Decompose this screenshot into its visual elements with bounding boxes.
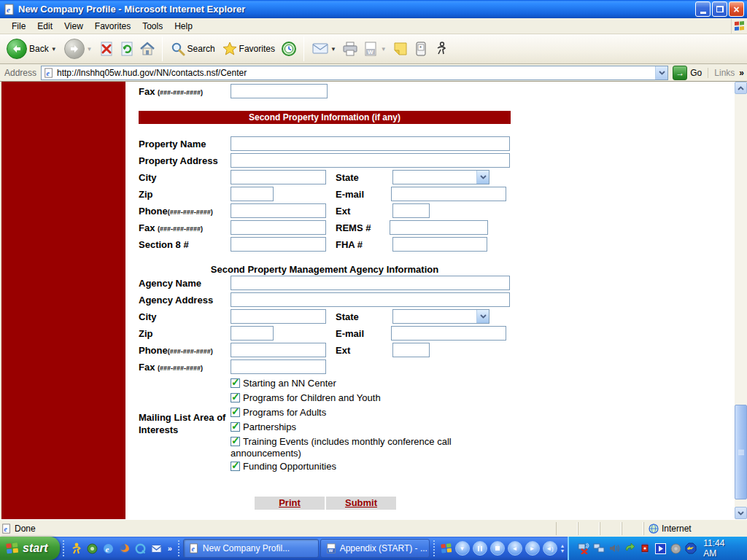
volume-button[interactable]: ◄)	[543, 541, 557, 556]
agency-state-select[interactable]	[392, 309, 489, 324]
scroll-up-button[interactable]	[735, 82, 747, 94]
print-button[interactable]: Print	[255, 497, 325, 510]
research-button[interactable]: *	[412, 40, 430, 58]
network-computers-icon[interactable]	[593, 542, 605, 554]
gray-disc-tray-icon[interactable]	[670, 542, 681, 554]
agency-city-input[interactable]	[231, 309, 326, 324]
submit-button[interactable]: Submit	[326, 497, 396, 510]
agency-email-input[interactable]	[391, 326, 506, 341]
agency-name-input[interactable]	[231, 276, 510, 290]
menu-tools[interactable]: Tools	[136, 19, 169, 34]
checkbox-label: Funding Opportunities	[243, 461, 336, 472]
task-new-company-profile[interactable]: e New Company Profil...	[183, 539, 319, 558]
property-ext-input[interactable]	[392, 203, 430, 218]
back-dropdown-icon[interactable]: ▼	[51, 46, 57, 52]
agency-zip-input[interactable]	[231, 326, 274, 341]
scroll-down-button[interactable]	[735, 507, 747, 519]
menu-edit[interactable]: Edit	[31, 19, 58, 34]
stop-media-button[interactable]	[490, 541, 505, 556]
refresh-button[interactable]	[118, 40, 136, 58]
scrollbar-thumb[interactable]	[735, 405, 747, 499]
forward-button[interactable]: ▼	[62, 37, 95, 61]
property-state-select[interactable]	[392, 170, 489, 184]
media-play-tray-icon[interactable]	[654, 542, 666, 554]
property-zip-input[interactable]	[231, 187, 274, 201]
mail-button[interactable]: ▼	[310, 41, 338, 57]
fax-top-input[interactable]	[231, 84, 328, 98]
pause-button[interactable]	[473, 541, 487, 556]
start-button[interactable]: start	[0, 537, 60, 560]
address-dropdown-icon[interactable]	[655, 66, 667, 79]
update-tray-icon[interactable]	[624, 542, 635, 554]
toolbar-expand-icon[interactable]: ▲▼	[560, 543, 565, 553]
outlook-express-icon[interactable]	[150, 542, 163, 555]
agency-address-input[interactable]	[231, 292, 510, 307]
property-rems-input[interactable]	[390, 220, 488, 235]
property-phone-input[interactable]	[231, 203, 326, 218]
property-section8-input[interactable]	[231, 237, 326, 252]
checkbox-programs-adults[interactable]	[231, 408, 240, 417]
windows-flag-icon	[6, 542, 19, 555]
discuss-button[interactable]	[392, 40, 409, 58]
quick-launch-chevron-icon[interactable]: »	[168, 544, 172, 553]
vertical-scrollbar[interactable]	[735, 82, 747, 519]
firefox-icon[interactable]	[118, 542, 131, 555]
property-name-input[interactable]	[231, 136, 510, 151]
property-fha-input[interactable]	[392, 237, 487, 252]
property-email-input[interactable]	[391, 187, 506, 201]
property-address-input[interactable]	[231, 153, 510, 168]
menu-favorites[interactable]: Favorites	[89, 19, 136, 34]
checkbox-partnerships[interactable]	[231, 422, 240, 432]
checkbox-starting-nn-center[interactable]	[231, 378, 240, 388]
checkbox-training-events[interactable]	[231, 437, 240, 446]
quicktime-icon[interactable]	[134, 542, 147, 555]
menu-help[interactable]: Help	[169, 19, 198, 34]
messenger-button[interactable]	[433, 40, 450, 58]
power-tray-icon[interactable]	[685, 542, 697, 554]
links-chevron-icon[interactable]: »	[739, 68, 744, 78]
media-app-icon[interactable]	[86, 542, 98, 555]
mail-dropdown-icon[interactable]: ▼	[330, 46, 336, 52]
menu-view[interactable]: View	[58, 19, 89, 34]
minimize-button[interactable]	[695, 1, 711, 17]
menu-file[interactable]: File	[6, 19, 31, 34]
restore-button[interactable]	[712, 1, 727, 17]
links-label[interactable]: Links	[714, 68, 735, 78]
task-appendix-word[interactable]: W Appendix (START) - ...	[320, 539, 430, 558]
next-track-button[interactable]: ►	[525, 541, 540, 556]
property-city-input[interactable]	[231, 170, 326, 184]
property-phone-label: Phone(###-###-####)	[139, 206, 213, 217]
checkbox-programs-children-youth[interactable]	[231, 393, 240, 402]
favorites-button[interactable]: Favorites	[220, 40, 277, 58]
go-button[interactable]: → Go	[673, 66, 702, 80]
checkbox-funding-opportunities[interactable]	[231, 462, 240, 471]
taskbar-clock[interactable]: 11:44 AM	[703, 538, 740, 559]
property-fax-input[interactable]	[231, 220, 326, 235]
edit-dropdown-icon[interactable]: ▼	[381, 46, 387, 52]
volume-tray-icon[interactable]	[608, 542, 620, 554]
agency-fax-input[interactable]	[231, 359, 326, 374]
home-button[interactable]	[139, 40, 156, 58]
search-button[interactable]: Search	[169, 40, 217, 58]
back-button[interactable]: Back ▼	[4, 37, 59, 61]
back-label: Back	[29, 44, 49, 54]
agency-email-label: E-mail	[336, 328, 364, 339]
battery-tray-icon[interactable]	[639, 542, 651, 554]
print-toolbar-button[interactable]	[341, 40, 359, 58]
property-zip-label: Zip	[139, 189, 153, 200]
edit-with-word-button[interactable]: W ▼	[362, 40, 389, 58]
address-input[interactable]: e http://lnshhq05w.hud.gov/NN/contacts.n…	[41, 66, 668, 80]
chevron-down-icon	[476, 310, 489, 323]
aim-icon[interactable]	[70, 542, 82, 555]
network-disconnected-icon[interactable]	[578, 542, 589, 554]
previous-track-button[interactable]: ◄	[508, 541, 522, 556]
ie-icon[interactable]: e	[102, 542, 115, 555]
stop-button[interactable]	[98, 40, 115, 58]
media-dropdown-button[interactable]: ▼	[455, 541, 470, 556]
agency-city-label: City	[139, 311, 157, 322]
history-button[interactable]	[280, 40, 298, 58]
agency-ext-input[interactable]	[392, 343, 430, 357]
agency-phone-input[interactable]	[231, 343, 326, 357]
close-button[interactable]: ×	[729, 1, 744, 17]
forward-dropdown-icon[interactable]: ▼	[87, 46, 93, 52]
